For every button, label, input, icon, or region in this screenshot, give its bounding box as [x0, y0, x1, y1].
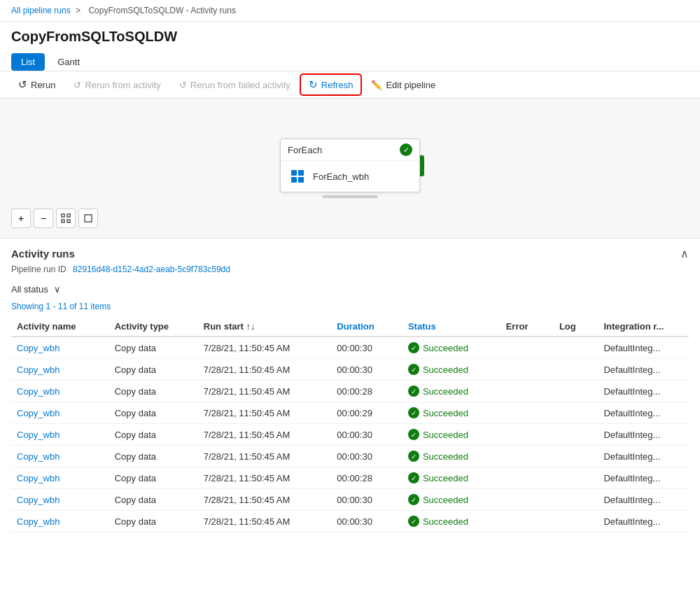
breadcrumb: All pipeline runs > CopyFromSQLToSQLDW -…: [0, 0, 700, 22]
activity-link[interactable]: Copy_wbh: [17, 386, 59, 397]
showing-count: Showing 1 - 11 of 11 items: [11, 299, 689, 317]
status-cell: ✓Succeeded: [402, 467, 500, 489]
activity-name-cell: Copy_wbh: [11, 359, 109, 381]
activity-name-cell: Copy_wbh: [11, 337, 109, 359]
log-cell: [554, 402, 598, 424]
activity-type-cell: Copy data: [109, 511, 198, 532]
status-filter-label: All status: [11, 284, 48, 295]
activity-type-cell: Copy data: [109, 359, 198, 381]
error-cell: [500, 381, 554, 402]
col-header-integration[interactable]: Integration r...: [598, 317, 689, 337]
fit-icon: [61, 213, 71, 223]
activity-runs-table: Activity name Activity type Run start ↑↓…: [11, 317, 689, 532]
error-cell: [500, 424, 554, 446]
activity-link[interactable]: Copy_wbh: [17, 495, 59, 505]
duration-cell: 00:00:30: [331, 424, 402, 446]
horizontal-scrollbar[interactable]: [322, 195, 378, 198]
col-header-start[interactable]: Run start ↑↓: [198, 317, 332, 337]
node-activity-label: ForEach_wbh: [313, 171, 369, 182]
col-header-status[interactable]: Status: [402, 317, 500, 337]
status-cell: ✓Succeeded: [402, 337, 500, 359]
run-start-cell: 7/28/21, 11:50:45 AM: [198, 402, 332, 424]
activity-link[interactable]: Copy_wbh: [17, 408, 59, 418]
table-row: Copy_wbhCopy data7/28/21, 11:50:45 AM00:…: [11, 446, 689, 467]
status-filter-dropdown[interactable]: All status ∨: [11, 280, 689, 299]
activity-name-cell: Copy_wbh: [11, 402, 109, 424]
log-cell: [554, 359, 598, 381]
integration-cell: DefaultInteg...: [598, 359, 689, 381]
status-value: ✓Succeeded: [408, 472, 495, 483]
breadcrumb-all-runs[interactable]: All pipeline runs: [11, 6, 71, 15]
pipeline-run-id-link[interactable]: 82916d48-d152-4ad2-aeab-5c9f783c59dd: [73, 264, 230, 274]
svg-rect-3: [298, 177, 304, 183]
error-cell: [500, 337, 554, 359]
activity-link[interactable]: Copy_wbh: [17, 516, 59, 527]
svg-rect-0: [291, 170, 297, 176]
activity-name-cell: Copy_wbh: [11, 381, 109, 402]
activity-link[interactable]: Copy_wbh: [17, 451, 59, 462]
duration-cell: 00:00:30: [331, 359, 402, 381]
zoom-in-button[interactable]: +: [11, 208, 31, 228]
node-title: ForEach: [288, 145, 322, 155]
node-body: ForEach_wbh: [281, 161, 419, 192]
error-cell: [500, 446, 554, 467]
activity-link[interactable]: Copy_wbh: [17, 365, 59, 375]
status-cell: ✓Succeeded: [402, 381, 500, 402]
status-cell: ✓Succeeded: [402, 424, 500, 446]
expand-button[interactable]: [78, 208, 98, 228]
activity-link[interactable]: Copy_wbh: [17, 473, 59, 483]
status-cell: ✓Succeeded: [402, 402, 500, 424]
fit-button[interactable]: [56, 208, 76, 228]
run-start-cell: 7/28/21, 11:50:45 AM: [198, 489, 332, 511]
breadcrumb-separator: >: [76, 6, 80, 15]
rerun-from-activity-icon: ↺: [74, 80, 81, 90]
table-row: Copy_wbhCopy data7/28/21, 11:50:45 AM00:…: [11, 424, 689, 446]
tab-gantt[interactable]: Gantt: [48, 53, 90, 71]
svg-rect-4: [62, 214, 64, 217]
node-activity-icon: [288, 167, 307, 186]
status-cell: ✓Succeeded: [402, 511, 500, 532]
canvas-controls: + −: [11, 208, 98, 228]
integration-cell: DefaultInteg...: [598, 337, 689, 359]
run-start-cell: 7/28/21, 11:50:45 AM: [198, 511, 332, 532]
foreach-icon: [290, 169, 305, 184]
activity-link[interactable]: Copy_wbh: [17, 430, 59, 440]
activity-link[interactable]: Copy_wbh: [17, 343, 59, 353]
rerun-icon: ↺: [18, 78, 27, 91]
error-cell: [500, 489, 554, 511]
col-header-type[interactable]: Activity type: [109, 317, 198, 337]
svg-rect-2: [291, 177, 297, 183]
tab-list[interactable]: List: [11, 53, 45, 71]
status-value: ✓Succeeded: [408, 451, 495, 462]
refresh-label: Refresh: [321, 80, 354, 90]
col-header-activity[interactable]: Activity name: [11, 317, 109, 337]
success-icon: ✓: [408, 472, 419, 483]
rerun-from-failed-button[interactable]: ↺ Rerun from failed activity: [172, 77, 298, 93]
foreach-node[interactable]: ForEach ✓ ForEach_wbh: [280, 139, 420, 192]
log-cell: [554, 467, 598, 489]
edit-pipeline-button[interactable]: ✏️ Edit pipeline: [364, 77, 442, 93]
refresh-icon: ↻: [309, 78, 318, 91]
col-header-duration[interactable]: Duration: [331, 317, 402, 337]
svg-rect-5: [67, 214, 70, 217]
refresh-button[interactable]: ↻ Refresh: [302, 76, 360, 94]
log-cell: [554, 511, 598, 532]
table-header: Activity name Activity type Run start ↑↓…: [11, 317, 689, 337]
run-start-cell: 7/28/21, 11:50:45 AM: [198, 359, 332, 381]
log-cell: [554, 489, 598, 511]
run-start-cell: 7/28/21, 11:50:45 AM: [198, 446, 332, 467]
collapse-section-button[interactable]: ∧: [680, 247, 689, 260]
svg-rect-8: [85, 215, 92, 222]
integration-cell: DefaultInteg...: [598, 381, 689, 402]
integration-cell: DefaultInteg...: [598, 446, 689, 467]
error-cell: [500, 402, 554, 424]
log-cell: [554, 424, 598, 446]
col-header-log[interactable]: Log: [554, 317, 598, 337]
duration-cell: 00:00:30: [331, 511, 402, 532]
zoom-out-button[interactable]: −: [34, 208, 53, 228]
col-header-error[interactable]: Error: [500, 317, 554, 337]
rerun-button[interactable]: ↺ Rerun: [11, 76, 62, 94]
activity-type-cell: Copy data: [109, 337, 198, 359]
status-value: ✓Succeeded: [408, 364, 495, 375]
rerun-from-activity-button[interactable]: ↺ Rerun from activity: [66, 77, 167, 93]
